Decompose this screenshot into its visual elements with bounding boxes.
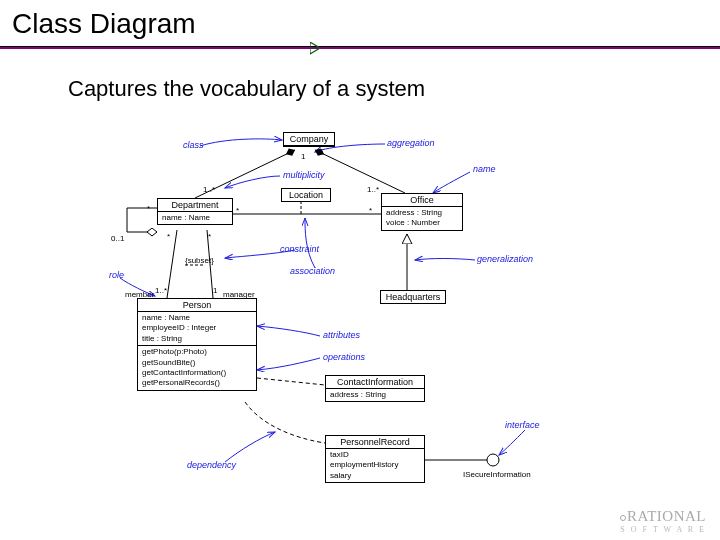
mult-star: * [167,232,170,241]
class-company: Company [283,132,335,147]
ann-generalization: generalization [477,254,533,264]
ann-attributes: attributes [323,330,360,340]
class-attrs: taxID employmentHistory salary [326,449,424,482]
class-name: Company [284,133,334,146]
ann-role: role [109,270,124,280]
class-name: Headquarters [381,291,445,303]
svg-point-12 [487,454,499,466]
mult-one-many: 1..* [367,185,379,194]
class-attrs: name : Name employeeID : Integer title :… [138,312,256,346]
class-attr: address : String [326,389,424,401]
ann-constraint: constraint [280,244,319,254]
logo-dot-icon [620,515,626,521]
class-ops: getPhoto(p:Photo) getSoundBite() getCont… [138,346,256,390]
class-location: Location [281,188,331,202]
ann-interface: interface [505,420,540,430]
mult-star: * [236,206,239,215]
mult-zero-one: 0..1 [111,234,124,243]
title-underline [0,46,720,49]
mult-one: 1 [301,152,305,161]
class-personnelrecord: PersonnelRecord taxID employmentHistory … [325,435,425,483]
class-attr: address : String voice : Number [382,207,462,230]
ann-class: class [183,140,204,150]
class-name: ContactInformation [326,376,424,389]
constraint-subset: {subset} [185,256,214,265]
mult-star: * [147,204,150,213]
ann-aggregation: aggregation [387,138,435,148]
class-name: Office [382,194,462,207]
class-name: PersonnelRecord [326,436,424,449]
ann-association: association [290,266,335,276]
role-member: member [125,290,154,299]
class-department: Department name : Name [157,198,233,225]
ann-dependency: dependency [187,460,236,470]
interface-isecure: ISecureInformation [463,470,531,479]
brand-logo: RATIONAL S O F T W A R E [620,508,706,534]
class-headquarters: Headquarters [380,290,446,304]
mult-star: * [369,206,372,215]
slide-subtitle: Captures the vocabulary of a system [68,76,425,102]
class-name: Department [158,199,232,212]
role-manager: manager [223,290,255,299]
class-contactinformation: ContactInformation address : String [325,375,425,402]
class-person: Person name : Name employeeID : Integer … [137,298,257,391]
mult-one: 1 [213,286,217,295]
svg-marker-0 [310,42,320,54]
class-attr: name : Name [158,212,232,224]
ann-operations: operations [323,352,365,362]
title-arrow-icon [310,42,324,56]
mult-star: * [208,232,211,241]
uml-class-diagram: Company Department name : Name Location … [105,130,605,510]
ann-name: name [473,164,496,174]
mult-one-many: 1..* [203,185,215,194]
ann-multiplicity: multiplicity [283,170,325,180]
class-name: Person [138,299,256,312]
mult-one-many: 1..* [155,286,167,295]
class-office: Office address : String voice : Number [381,193,463,231]
slide-title: Class Diagram [12,8,196,40]
svg-line-5 [315,150,405,193]
class-name: Location [282,189,330,201]
